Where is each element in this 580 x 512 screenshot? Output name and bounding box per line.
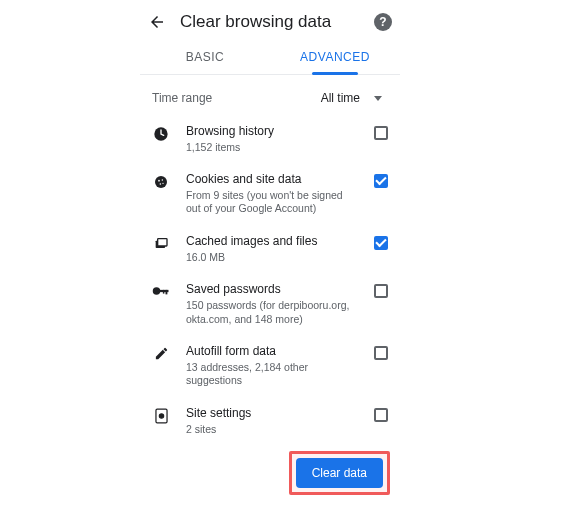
item-body: Site settings 2 sites bbox=[186, 406, 358, 436]
page-title: Clear browsing data bbox=[180, 12, 360, 32]
item-subtitle: 2 sites bbox=[186, 423, 358, 437]
item-subtitle: From 9 sites (you won't be signed out of… bbox=[186, 189, 358, 216]
chevron-down-icon bbox=[374, 96, 382, 101]
header: Clear browsing data ? bbox=[140, 0, 400, 40]
back-icon[interactable] bbox=[148, 13, 166, 31]
item-title: Cookies and site data bbox=[186, 172, 358, 188]
svg-point-2 bbox=[158, 180, 160, 182]
list-item: Cookies and site data From 9 sites (you … bbox=[140, 163, 400, 225]
item-title: Browsing history bbox=[186, 124, 358, 140]
item-title: Saved passwords bbox=[186, 282, 358, 298]
help-icon[interactable]: ? bbox=[374, 13, 392, 31]
list-item: Cached images and files 16.0 MB bbox=[140, 225, 400, 273]
svg-point-4 bbox=[160, 183, 162, 185]
item-title: Cached images and files bbox=[186, 234, 358, 250]
item-body: Cookies and site data From 9 sites (you … bbox=[186, 172, 358, 216]
item-subtitle: 16.0 MB bbox=[186, 251, 358, 265]
list-item: Browsing history 1,152 items bbox=[140, 115, 400, 163]
svg-point-3 bbox=[162, 180, 163, 181]
item-body: Cached images and files 16.0 MB bbox=[186, 234, 358, 264]
item-subtitle: 13 addresses, 2,184 other suggestions bbox=[186, 361, 358, 388]
svg-rect-10 bbox=[166, 290, 168, 295]
svg-point-5 bbox=[162, 183, 163, 184]
checkbox[interactable] bbox=[374, 174, 388, 188]
history-icon bbox=[152, 124, 170, 142]
time-range-label: Time range bbox=[152, 91, 212, 105]
svg-point-1 bbox=[155, 176, 167, 188]
item-subtitle: 1,152 items bbox=[186, 141, 358, 155]
cookie-icon bbox=[152, 172, 170, 190]
clear-data-button[interactable]: Clear data bbox=[296, 458, 383, 488]
svg-rect-11 bbox=[163, 290, 165, 294]
checkbox[interactable] bbox=[374, 284, 388, 298]
svg-rect-7 bbox=[158, 239, 167, 246]
checkbox[interactable] bbox=[374, 346, 388, 360]
checkbox[interactable] bbox=[374, 236, 388, 250]
images-icon bbox=[152, 234, 170, 252]
item-subtitle: 150 passwords (for derpibooru.org, okta.… bbox=[186, 299, 358, 326]
time-range-row: Time range All time bbox=[140, 75, 400, 115]
checkbox[interactable] bbox=[374, 126, 388, 140]
time-range-value: All time bbox=[321, 91, 360, 105]
item-title: Site settings bbox=[186, 406, 358, 422]
tabs: BASIC ADVANCED bbox=[140, 40, 400, 75]
pencil-icon bbox=[152, 344, 170, 361]
footer: Clear data bbox=[140, 445, 400, 505]
list-item: Site settings 2 sites bbox=[140, 397, 400, 445]
svg-point-8 bbox=[153, 288, 161, 296]
checkbox[interactable] bbox=[374, 408, 388, 422]
item-body: Saved passwords 150 passwords (for derpi… bbox=[186, 282, 358, 326]
settings-page-icon bbox=[152, 406, 170, 424]
item-body: Autofill form data 13 addresses, 2,184 o… bbox=[186, 344, 358, 388]
list-item: Autofill form data 13 addresses, 2,184 o… bbox=[140, 335, 400, 397]
svg-point-13 bbox=[159, 414, 163, 418]
time-range-selector[interactable]: All time bbox=[321, 91, 388, 105]
item-body: Browsing history 1,152 items bbox=[186, 124, 358, 154]
list-item: Saved passwords 150 passwords (for derpi… bbox=[140, 273, 400, 335]
tab-basic[interactable]: BASIC bbox=[140, 40, 270, 74]
tab-advanced[interactable]: ADVANCED bbox=[270, 40, 400, 74]
highlight-annotation: Clear data bbox=[289, 451, 390, 495]
clear-browsing-data-panel: Clear browsing data ? BASIC ADVANCED Tim… bbox=[140, 0, 400, 505]
key-icon bbox=[152, 282, 170, 298]
item-title: Autofill form data bbox=[186, 344, 358, 360]
